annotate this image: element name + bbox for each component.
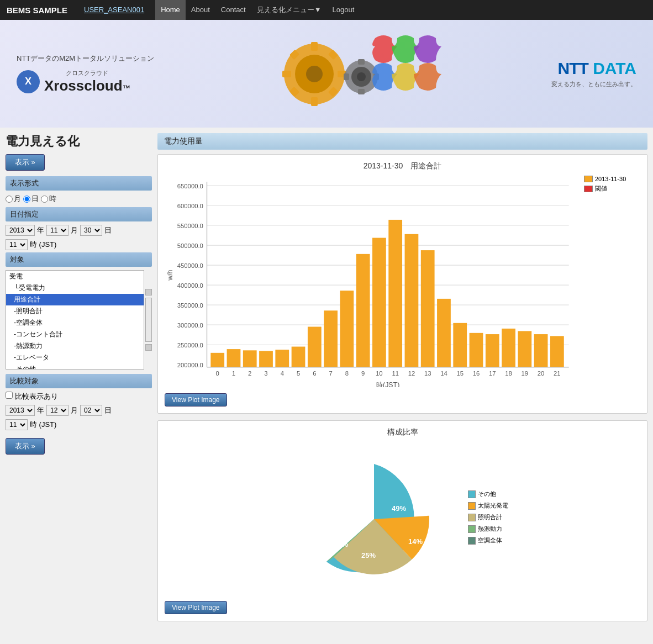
content: 電力使用量 2013-11-30 用途合計 650000.0 600000.0 … bbox=[157, 133, 647, 628]
month-label: 月 bbox=[71, 225, 78, 235]
section-target: 対象 bbox=[6, 252, 152, 267]
svg-text:8: 8 bbox=[345, 370, 349, 377]
nav-menu[interactable]: 見える化メニュー▼ bbox=[251, 0, 327, 20]
pie-wrapper: 49% 14% 25% 12% その他 太陽光発電 bbox=[297, 447, 508, 591]
radio-hour[interactable] bbox=[41, 196, 48, 203]
list-item-熱源動力[interactable]: -熱源動力 bbox=[6, 340, 144, 352]
svg-text:7: 7 bbox=[329, 370, 332, 377]
radio-hour-label[interactable]: 時 bbox=[41, 194, 56, 204]
legend-item-threshold: 閾値 bbox=[584, 184, 640, 193]
scroll-up[interactable] bbox=[145, 289, 152, 295]
list-item-受電[interactable]: 受電 bbox=[6, 271, 144, 282]
day-label: 日 bbox=[104, 225, 112, 235]
list-item-エレベータ[interactable]: -エレベータ bbox=[6, 352, 144, 363]
show-button-2[interactable]: 表示 » bbox=[6, 438, 45, 455]
month-select[interactable]: 11 bbox=[46, 225, 69, 236]
compare-year-select[interactable]: 2013 bbox=[6, 405, 35, 416]
compare-year-label: 年 bbox=[37, 405, 44, 415]
pie-chart-area: 49% 14% 25% 12% その他 太陽光発電 bbox=[165, 442, 640, 597]
compare-checkbox-text: 比較表示あり bbox=[15, 392, 58, 400]
svg-text:650000.0: 650000.0 bbox=[177, 183, 203, 189]
compare-date-row: 2013 年 12 月 02 日 bbox=[6, 405, 152, 416]
year-select[interactable]: 2013 bbox=[6, 225, 35, 236]
main: 電力見える化 表示 » 表示形式 月 日 時 日付指定 2013 年 11 月 … bbox=[0, 128, 653, 634]
ntt-tagline: 変える力を、ともに生み出す。 bbox=[551, 80, 636, 88]
svg-point-13 bbox=[357, 72, 366, 81]
compare-checkbox-row: 比較表示あり bbox=[6, 392, 152, 402]
svg-text:19: 19 bbox=[522, 370, 529, 377]
date-row: 2013 年 11 月 30 日 bbox=[6, 225, 152, 236]
svg-text:2: 2 bbox=[248, 370, 251, 377]
svg-text:13: 13 bbox=[424, 370, 431, 377]
legend-item-太陽光発電: 太陽光発電 bbox=[468, 502, 508, 510]
bar-view-plot-btn[interactable]: View Plot Image bbox=[165, 393, 227, 407]
svg-text:18: 18 bbox=[505, 370, 512, 377]
svg-text:1: 1 bbox=[232, 370, 235, 377]
user-link[interactable]: USER_ASEAN001 bbox=[78, 0, 150, 20]
svg-rect-55 bbox=[470, 333, 483, 367]
svg-text:3: 3 bbox=[264, 370, 267, 377]
banner-left: NTTデータのM2Mトータルソリューション X クロスクラウド Xrossclo… bbox=[0, 43, 171, 105]
nav-home[interactable]: Home bbox=[155, 0, 186, 20]
show-button-1[interactable]: 表示 » bbox=[6, 154, 45, 171]
nav-contact[interactable]: Contact bbox=[215, 0, 251, 20]
svg-rect-50 bbox=[388, 220, 402, 367]
page-title: 電力見える化 bbox=[6, 133, 152, 150]
list-item-空調全体[interactable]: -空調全体 bbox=[6, 317, 144, 329]
compare-checkbox[interactable] bbox=[6, 392, 13, 399]
target-list[interactable]: 受電 └受電電力 用途合計 -照明合計 -空調全体 -コンセント合計 -熱源動力… bbox=[6, 270, 144, 369]
radio-month[interactable] bbox=[6, 196, 13, 203]
legend-color-2013 bbox=[584, 176, 593, 182]
nav-logout[interactable]: Logout bbox=[327, 0, 360, 20]
svg-text:11: 11 bbox=[392, 370, 399, 377]
list-scrollbar bbox=[145, 270, 152, 369]
section-date: 日付指定 bbox=[6, 207, 152, 221]
compare-hour-label: 時 (JST) bbox=[30, 420, 56, 430]
pie-chart-svg: 49% 14% 25% 12% bbox=[297, 447, 451, 591]
svg-text:10: 10 bbox=[376, 370, 383, 377]
compare-checkbox-label[interactable]: 比較表示あり bbox=[6, 392, 58, 402]
hour-select[interactable]: 11 bbox=[6, 239, 28, 250]
radio-day-label[interactable]: 日 bbox=[23, 194, 39, 204]
legend-label-照明合計: 照明合計 bbox=[478, 513, 502, 521]
list-item-コンセント合計[interactable]: -コンセント合計 bbox=[6, 329, 144, 340]
svg-text:16: 16 bbox=[473, 370, 480, 377]
svg-text:550000.0: 550000.0 bbox=[177, 223, 203, 229]
banner-illustration bbox=[248, 27, 458, 121]
radio-day[interactable] bbox=[23, 196, 30, 203]
pie-view-plot-btn[interactable]: View Plot Image bbox=[165, 601, 227, 614]
svg-rect-3 bbox=[311, 42, 318, 51]
banner-right: NTT DATA 変える力を、ともに生み出す。 bbox=[535, 48, 653, 99]
logo-tm: ™ bbox=[123, 83, 130, 92]
svg-rect-43 bbox=[275, 350, 289, 367]
list-item-受電電力[interactable]: └受電電力 bbox=[6, 282, 144, 294]
list-item-照明合計[interactable]: -照明合計 bbox=[6, 305, 144, 317]
nav-about[interactable]: About bbox=[186, 0, 215, 20]
view-mode-row: 月 日 時 bbox=[6, 194, 152, 204]
svg-rect-58 bbox=[518, 331, 531, 367]
legend-label-空調全体: 空調全体 bbox=[478, 536, 502, 545]
scroll-down[interactable] bbox=[145, 344, 152, 351]
pie-chart-container: 構成比率 bbox=[157, 420, 647, 621]
bar-chart-wrapper: 650000.0 600000.0 550000.0 500000.0 4500… bbox=[165, 176, 640, 389]
list-item-その他[interactable]: -その他 bbox=[6, 363, 144, 369]
day-select[interactable]: 30 bbox=[80, 225, 102, 236]
svg-text:250000.0: 250000.0 bbox=[177, 342, 203, 349]
svg-text:450000.0: 450000.0 bbox=[177, 262, 203, 269]
svg-rect-59 bbox=[534, 334, 548, 367]
svg-rect-51 bbox=[405, 234, 419, 367]
compare-hour-select[interactable]: 11 bbox=[6, 419, 28, 430]
compare-day-select[interactable]: 02 bbox=[80, 405, 102, 416]
svg-text:25%: 25% bbox=[361, 551, 376, 559]
svg-text:5: 5 bbox=[297, 370, 300, 377]
svg-text:300000.0: 300000.0 bbox=[177, 322, 203, 329]
compare-month-select[interactable]: 12 bbox=[46, 405, 69, 416]
svg-text:12: 12 bbox=[408, 370, 415, 377]
radio-month-label[interactable]: 月 bbox=[6, 194, 21, 204]
svg-text:14%: 14% bbox=[408, 537, 423, 546]
svg-rect-48 bbox=[356, 254, 370, 367]
legend-label-その他: その他 bbox=[478, 490, 496, 498]
logo-kana: クロスクラウド bbox=[44, 69, 130, 77]
list-item-用途合計[interactable]: 用途合計 bbox=[6, 294, 144, 305]
legend-color-照明合計 bbox=[468, 514, 476, 521]
